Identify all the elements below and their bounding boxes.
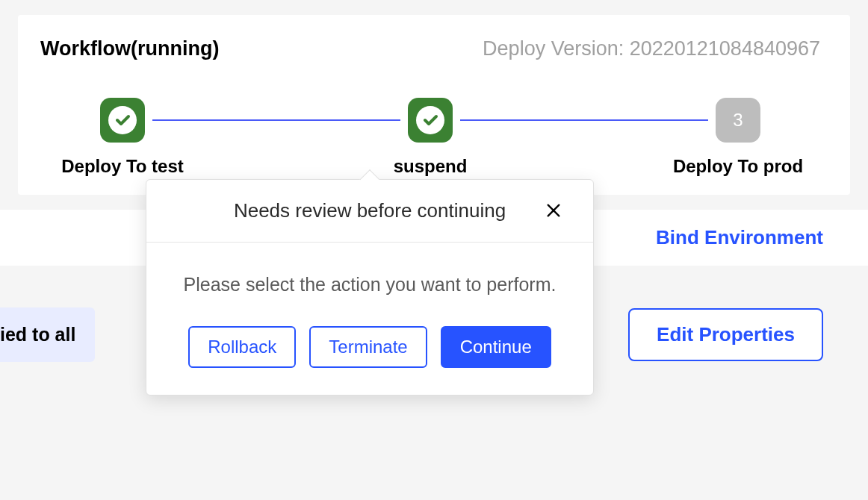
popover-body: Please select the action you want to per… xyxy=(146,243,593,307)
step-label: suspend xyxy=(394,156,468,177)
applied-badge: ied to all xyxy=(0,307,95,362)
step-number: 3 xyxy=(733,110,743,131)
step-badge-done xyxy=(408,98,453,143)
rollback-button[interactable]: Rollback xyxy=(188,326,296,368)
popover-title: Needs review before continuing xyxy=(234,199,506,222)
step-deploy-prod[interactable]: 3 Deploy To prod xyxy=(716,98,760,143)
popover-header: Needs review before continuing xyxy=(146,180,593,243)
card-header: Workflow(running) Deploy Version: 202201… xyxy=(40,37,820,60)
check-icon xyxy=(416,106,444,134)
review-popover: Needs review before continuing Please se… xyxy=(146,179,594,396)
terminate-button[interactable]: Terminate xyxy=(309,326,427,368)
step-label: Deploy To prod xyxy=(673,156,803,177)
workflow-title: Workflow(running) xyxy=(40,37,219,60)
close-icon[interactable] xyxy=(541,196,566,227)
bind-environment-link[interactable]: Bind Environment xyxy=(656,226,823,249)
step-connector xyxy=(460,119,708,121)
check-icon xyxy=(108,106,137,134)
edit-properties-button[interactable]: Edit Properties xyxy=(628,308,823,361)
popover-message: Please select the action you want to per… xyxy=(181,269,559,299)
workflow-card: Workflow(running) Deploy Version: 202201… xyxy=(18,15,850,195)
step-suspend[interactable]: suspend xyxy=(408,98,453,143)
step-label: Deploy To test xyxy=(61,156,184,177)
popover-actions: Rollback Terminate Continue xyxy=(146,307,593,395)
step-deploy-test[interactable]: Deploy To test xyxy=(100,98,145,143)
step-badge-pending: 3 xyxy=(716,98,760,143)
step-connector xyxy=(152,119,400,121)
continue-button[interactable]: Continue xyxy=(441,326,551,368)
deploy-version: Deploy Version: 20220121084840967 xyxy=(483,37,820,60)
step-badge-done xyxy=(100,98,145,143)
workflow-steps: Deploy To test suspend 3 Deploy To prod xyxy=(40,98,820,143)
